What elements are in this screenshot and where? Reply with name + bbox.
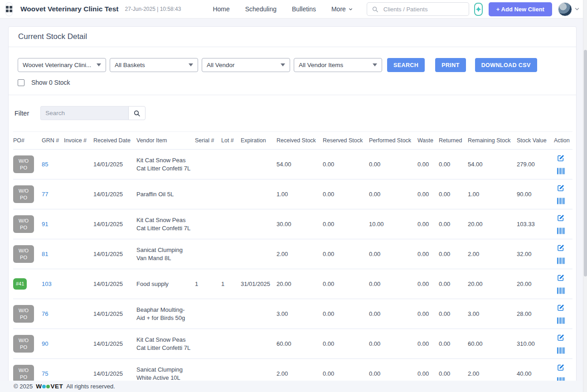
grn-link[interactable]: 85 — [42, 161, 48, 168]
user-avatar[interactable] — [558, 2, 572, 16]
performed-stock-cell: 0.00 — [369, 179, 417, 209]
barcode-button[interactable] — [557, 198, 565, 204]
clients-patients-search[interactable] — [367, 2, 469, 16]
table-row: W/O PO 81 14/01/2025 Sanicat Clumping Va… — [13, 239, 572, 269]
vendor-item-cell: Beaphar Moulting-Aid + for Birds 50g — [136, 299, 195, 329]
edit-button[interactable] — [557, 334, 564, 341]
received-stock-cell: 54.00 — [277, 150, 323, 179]
returned-cell: 0.00 — [439, 209, 468, 239]
vendor-items-select[interactable]: All Vendor Items — [294, 58, 382, 72]
barcode-icon — [557, 257, 565, 264]
vertical-scrollbar[interactable] — [583, 0, 587, 392]
reserved-stock-cell: 0.00 — [323, 209, 369, 239]
po-badge: W/O PO — [13, 305, 34, 323]
expiration-cell — [241, 299, 277, 329]
grn-link[interactable]: 91 — [42, 221, 48, 227]
vendor-select[interactable]: All Vendor — [202, 58, 290, 72]
serial-cell — [195, 209, 221, 239]
caret-down-icon — [281, 63, 285, 67]
copyright-prefix: © 2025 — [14, 383, 33, 390]
nav-item-home[interactable]: Home — [213, 5, 229, 13]
clinic-select[interactable]: Woovet Veterinary Clini... — [18, 58, 106, 72]
search-icon — [372, 6, 378, 13]
grn-link[interactable]: 75 — [42, 370, 48, 377]
column-header: GRN # — [42, 132, 64, 150]
edit-button[interactable] — [557, 274, 564, 281]
vendor-item-cell: Sanicat Clumping Van Mand 8L — [136, 239, 195, 269]
edit-button[interactable] — [557, 214, 564, 222]
barcode-button[interactable] — [557, 287, 565, 294]
print-button[interactable]: PRINT — [435, 58, 466, 72]
barcode-icon — [557, 198, 565, 204]
table-header-row: PO#GRN #Invoice #Received DateVendor Ite… — [13, 132, 572, 150]
stock-value-cell: 103.33 — [517, 209, 554, 239]
serial-cell — [195, 329, 221, 359]
waste-cell: 0.00 — [417, 329, 439, 359]
edit-button[interactable] — [557, 304, 564, 311]
waste-cell: 0.00 — [417, 209, 439, 239]
barcode-icon — [557, 317, 565, 324]
grn-link[interactable]: 81 — [42, 251, 48, 257]
apps-menu-button[interactable] — [5, 2, 13, 16]
edit-button[interactable] — [557, 364, 564, 371]
column-header: Waste — [417, 132, 439, 150]
vendor-item-cell: Paraffin Oil 5L — [136, 179, 195, 209]
caret-down-icon — [373, 63, 377, 67]
table-filter-input[interactable] — [40, 106, 128, 120]
barcode-button[interactable] — [557, 257, 565, 264]
grn-link[interactable]: 77 — [42, 191, 48, 198]
show-zero-stock-checkbox[interactable] — [18, 79, 24, 86]
add-new-client-button[interactable]: + Add New Client — [489, 2, 552, 16]
column-header: Vendor Item — [136, 132, 195, 150]
lot-cell: 1 — [221, 269, 241, 299]
sparkle-button[interactable] — [474, 3, 483, 16]
filter-label: Filter — [15, 110, 29, 117]
edit-icon — [557, 364, 564, 371]
filters-section: Woovet Veterinary Clini... All Baskets A… — [9, 47, 576, 95]
invoice-cell — [64, 209, 93, 239]
performed-stock-cell: 0.00 — [369, 239, 417, 269]
edit-button[interactable] — [557, 155, 564, 162]
received-date-cell: 14/01/2025 — [93, 239, 136, 269]
grn-link[interactable]: 90 — [42, 340, 48, 347]
edit-button[interactable] — [557, 244, 564, 252]
returned-cell: 0.00 — [439, 299, 468, 329]
received-date-cell: 14/01/2025 — [93, 269, 136, 299]
barcode-button[interactable] — [557, 317, 565, 324]
table-row: W/O PO 85 14/01/2025 Kit Cat Snow Peas C… — [13, 150, 572, 179]
app-header: Woovet Veterinary Clinic Test 27-Jun-202… — [0, 0, 587, 19]
baskets-select[interactable]: All Baskets — [110, 58, 198, 72]
received-date-cell: 14/01/2025 — [93, 150, 136, 179]
grn-link[interactable]: 76 — [42, 310, 48, 317]
clients-patients-search-input[interactable] — [383, 5, 464, 13]
download-csv-button[interactable]: DOWNLOAD CSV — [475, 58, 537, 72]
barcode-button[interactable] — [557, 227, 565, 234]
nav-item-more[interactable]: More — [331, 5, 353, 13]
table-body: W/O PO 85 14/01/2025 Kit Cat Snow Peas C… — [13, 150, 572, 385]
barcode-button[interactable] — [557, 168, 565, 174]
received-date-cell: 14/01/2025 — [93, 329, 136, 359]
logo-dot-teal — [42, 385, 46, 388]
page-title: Current Stock Detail — [18, 32, 567, 41]
barcode-button[interactable] — [557, 347, 565, 354]
show-zero-stock-label: Show 0 Stock — [31, 79, 70, 86]
stock-value-cell: 28.00 — [517, 299, 554, 329]
scrollbar-thumb[interactable] — [584, 50, 587, 276]
search-button[interactable]: SEARCH — [387, 58, 425, 72]
column-header: Reserved Stock — [323, 132, 369, 150]
nav-item-scheduling[interactable]: Scheduling — [245, 5, 277, 13]
edit-button[interactable] — [557, 184, 564, 192]
lot-cell — [221, 150, 241, 179]
nav-item-bulletins[interactable]: Bulletins — [292, 5, 316, 13]
user-menu-chevron[interactable] — [574, 6, 580, 12]
edit-icon — [557, 304, 564, 311]
vendor-item-cell: Kit Cat Snow Peas Cat Litter Confetti 7L — [136, 209, 195, 239]
table-filter-search-button[interactable] — [128, 106, 146, 120]
show-zero-stock-toggle[interactable]: Show 0 Stock — [18, 79, 70, 86]
received-stock-cell: 2.00 — [277, 239, 323, 269]
received-date-cell: 14/01/2025 — [93, 209, 136, 239]
stock-value-cell: 20.00 — [517, 269, 554, 299]
reserved-stock-cell: 0.00 — [323, 269, 369, 299]
grn-link[interactable]: 103 — [42, 281, 52, 287]
reserved-stock-cell: 0.00 — [323, 150, 369, 179]
